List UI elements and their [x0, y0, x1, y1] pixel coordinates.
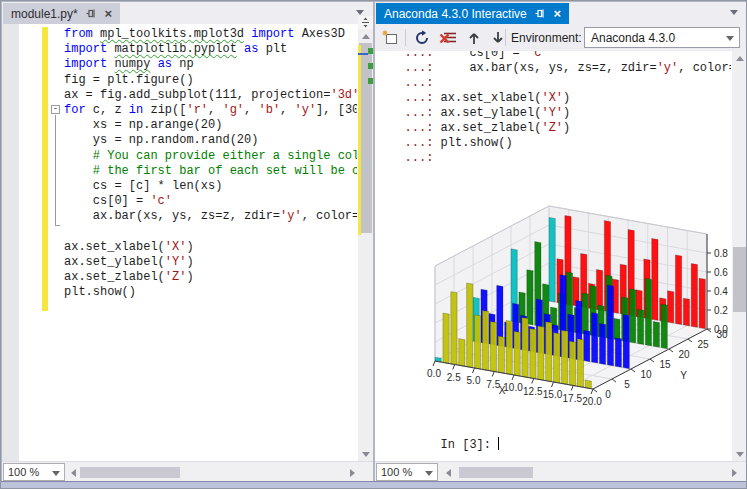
toolbar-separator — [405, 29, 406, 46]
svg-text:12.5: 12.5 — [523, 386, 543, 397]
code-line: ax.set_ylabel('Y') — [64, 255, 357, 270]
code-line: fig = plt.figure() — [64, 73, 357, 88]
scroll-right-button[interactable] — [345, 465, 360, 480]
document-list-dropdown-icon[interactable] — [730, 10, 738, 15]
svg-text:15.0: 15.0 — [543, 389, 563, 400]
tab-anaconda-interactive[interactable]: Anaconda 4.3.0 Interactive × — [376, 3, 569, 24]
scroll-up-button[interactable] — [732, 51, 747, 65]
code-line: # You can provide either a single color … — [64, 149, 357, 164]
svg-text:20: 20 — [678, 349, 690, 360]
console-horizontal-scrollbar[interactable] — [455, 465, 725, 480]
scroll-left-button[interactable] — [66, 465, 81, 480]
pin-icon[interactable] — [85, 8, 96, 19]
svg-text:10: 10 — [640, 369, 652, 380]
console-history: ...: cs[0] = 'c' ...: ax.bar(xs, ys, zs=… — [383, 51, 731, 166]
scroll-left-button[interactable] — [441, 465, 456, 480]
code-line: ax = fig.add_subplot(111, projection='3d… — [64, 88, 357, 103]
svg-text:15: 15 — [659, 359, 671, 370]
scrollbar-caret-mark — [358, 53, 368, 55]
code-line: cs[0] = 'c' — [64, 194, 357, 209]
editor-bottom-bar: 100 % — [2, 461, 373, 482]
3d-bar-chart: 0.02.55.07.510.012.515.017.520.005101520… — [411, 182, 733, 412]
scrollbar-thumb[interactable] — [459, 467, 533, 478]
console-bottom-bar: 100 % — [375, 461, 747, 482]
environment-label: Environment: — [511, 31, 582, 45]
console-vertical-scrollbar[interactable] — [732, 51, 747, 461]
change-tracking-bar — [42, 27, 48, 311]
console-line: ...: — [383, 151, 731, 166]
code-line: from mpl_toolkits.mplot3d import Axes3D — [64, 27, 357, 42]
console-zoom-value: 100 % — [381, 466, 412, 478]
editor-zoom-value: 100 % — [8, 466, 39, 478]
console-line: ...: ax.bar(xs, ys, zs=z, zdir='y', colo… — [383, 61, 731, 76]
tab-module1-label: module1.py* — [11, 7, 78, 21]
interactive-pane: Anaconda 4.3.0 Interactive × — [375, 2, 747, 482]
new-interactive-window-icon[interactable] — [379, 27, 401, 49]
svg-text:0: 0 — [605, 389, 611, 400]
environment-value: Anaconda 4.3.0 — [591, 31, 675, 45]
console-line: ...: ax.set_ylabel('Y') — [383, 106, 731, 121]
chevron-down-icon — [726, 36, 734, 41]
scrollbar-thumb[interactable] — [80, 467, 180, 478]
scroll-right-button[interactable] — [727, 465, 742, 480]
split-window-handle[interactable] — [358, 16, 373, 29]
editor-pane: module1.py* × - from mpl_toolkits.mplot3… — [2, 2, 373, 482]
scrollbar-change-marks — [358, 45, 361, 235]
scroll-down-button[interactable] — [732, 447, 747, 461]
svg-text:0.0: 0.0 — [714, 324, 728, 335]
code-line: plt.show() — [64, 285, 357, 300]
scrollbar-saved-mark — [368, 78, 373, 84]
code-fold-end-tick — [55, 225, 60, 226]
toolbar-separator — [505, 29, 506, 46]
code-line: ax.set_xlabel('X') — [64, 240, 357, 255]
environment-combobox[interactable]: Anaconda 4.3.0 — [584, 27, 740, 48]
svg-text:25: 25 — [697, 339, 709, 350]
svg-text:0.8: 0.8 — [714, 248, 728, 259]
interactive-console[interactable]: ...: cs[0] = 'c' ...: ax.bar(xs, ys, zs=… — [375, 51, 747, 461]
breakpoint-margin[interactable] — [2, 24, 19, 461]
console-line: ...: — [383, 76, 731, 91]
reset-icon[interactable] — [411, 27, 433, 49]
svg-text:10.0: 10.0 — [503, 382, 523, 393]
repl-prompt: In [3]: — [441, 438, 499, 452]
console-line: ...: plt.show() — [383, 136, 731, 151]
console-line: ...: ax.set_zlabel('Z') — [383, 121, 731, 136]
editor-zoom-combo[interactable]: 100 % — [3, 463, 65, 481]
code-line: ys = np.random.rand(20) — [64, 133, 357, 148]
svg-text:0.2: 0.2 — [714, 305, 728, 316]
close-icon[interactable]: × — [103, 8, 114, 19]
interactive-toolbar: Environment: Anaconda 4.3.0 — [375, 24, 747, 51]
editor-horizontal-scrollbar[interactable] — [80, 465, 344, 480]
console-zoom-combo[interactable]: 100 % — [376, 463, 438, 481]
repl-input-line[interactable]: In [3]: — [383, 422, 499, 461]
right-tabstrip: Anaconda 4.3.0 Interactive × — [375, 2, 747, 24]
clear-screen-icon[interactable] — [437, 27, 459, 49]
svg-text:17.5: 17.5 — [563, 393, 583, 404]
scroll-down-button[interactable] — [358, 447, 373, 461]
editor-vertical-scrollbar[interactable] — [358, 16, 373, 461]
svg-text:0.0: 0.0 — [427, 368, 441, 379]
chevron-down-icon — [425, 471, 433, 476]
console-line: ...: cs[0] = 'c' — [383, 51, 731, 61]
svg-text:2.5: 2.5 — [447, 372, 461, 383]
code-fold-collapse-icon[interactable]: - — [51, 105, 60, 114]
scroll-up-button[interactable] — [358, 29, 373, 43]
tab-module1[interactable]: module1.py* × — [3, 3, 120, 24]
ide-window: module1.py* × - from mpl_toolkits.mplot3… — [0, 0, 747, 489]
svg-text:5.0: 5.0 — [467, 375, 481, 386]
code-line: cs = [c] * len(xs) — [64, 179, 357, 194]
svg-text:20.0: 20.0 — [582, 396, 602, 407]
code-line: import numpy as np — [64, 57, 357, 72]
history-previous-icon[interactable] — [463, 27, 485, 49]
code-fold-line — [55, 115, 56, 225]
code-line: import matplotlib.pyplot as plt — [64, 42, 357, 57]
pin-icon[interactable] — [534, 8, 545, 19]
scrollbar-thumb[interactable] — [733, 247, 746, 312]
close-icon[interactable]: × — [552, 8, 563, 19]
document-list-dropdown-icon[interactable] — [356, 10, 364, 15]
svg-text:5: 5 — [624, 379, 630, 390]
svg-text:Y: Y — [680, 370, 687, 381]
text-caret — [498, 437, 499, 450]
svg-text:0.4: 0.4 — [714, 286, 728, 297]
code-editor[interactable]: - from mpl_toolkits.mplot3d import Axes3… — [2, 24, 373, 461]
